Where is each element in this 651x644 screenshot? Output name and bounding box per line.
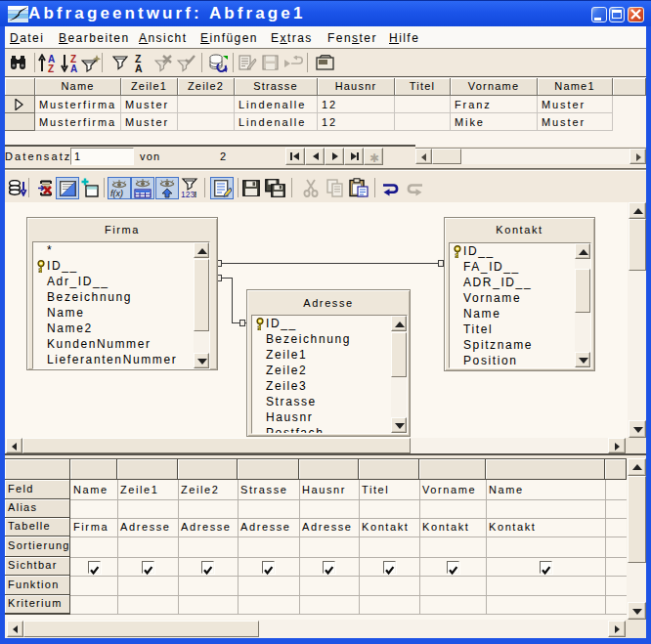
svg-text:123: 123: [181, 190, 195, 198]
svg-text:Z: Z: [48, 64, 54, 73]
svg-text:!: !: [195, 190, 197, 198]
svg-text:A: A: [70, 64, 77, 73]
svg-text:f(x): f(x): [110, 189, 123, 198]
svg-text:A: A: [135, 63, 143, 73]
